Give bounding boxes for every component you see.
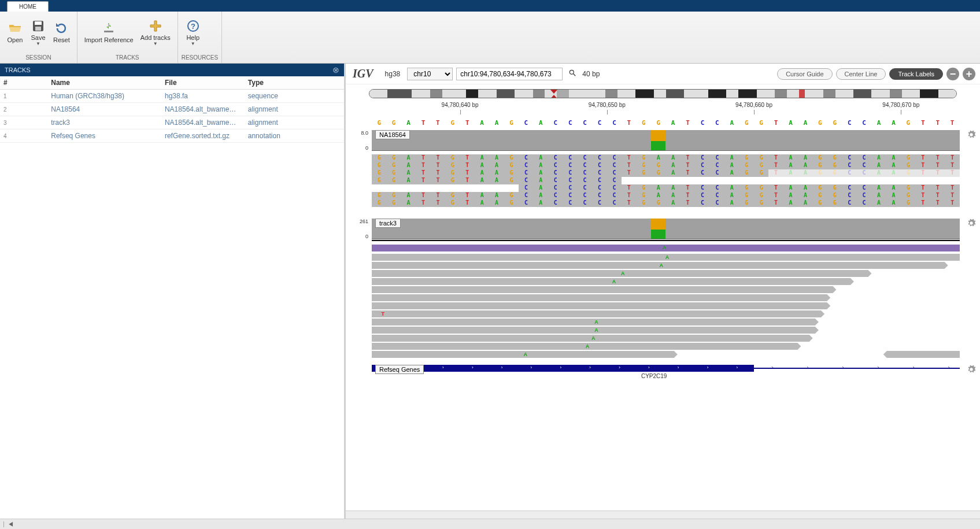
import-reference-button[interactable]: Import Reference — [81, 19, 137, 46]
folder-open-icon — [8, 21, 22, 35]
track-label-refseq[interactable]: Refseq Genes — [375, 365, 424, 374]
genomic-ruler: 94,780,640 bp94,780,650 bp94,780,660 bp9… — [372, 102, 960, 119]
consensus-bar: A — [372, 245, 960, 251]
download-icon — [102, 21, 116, 35]
track-refseq-genes: Refseq Genes ››››››››››››››››››› CYP2C19 — [372, 365, 960, 379]
tracks-table: # Name File Type 1Human (GRCh38/hg38)hg3… — [0, 76, 344, 143]
center-line-button[interactable]: Center Line — [836, 68, 886, 80]
track-labels-button[interactable]: Track Labels — [889, 68, 943, 80]
tracks-panel-close-icon[interactable]: ⊗ — [332, 65, 339, 75]
gear-icon[interactable] — [967, 365, 976, 376]
axis-min: 0 — [351, 145, 368, 151]
svg-point-6 — [570, 70, 574, 74]
ideogram[interactable] — [346, 84, 980, 99]
alignment-reads-track3[interactable]: AAAATAAAAA — [372, 254, 960, 359]
gear-icon[interactable] — [967, 219, 976, 230]
axis-max: 8.0 — [351, 130, 368, 136]
save-label: Save — [31, 34, 45, 41]
status-bar: ⎸◀ — [0, 519, 980, 529]
consensus-snp: A — [657, 245, 671, 250]
gear-icon[interactable] — [967, 130, 976, 141]
ribbon-session-label: SESSION — [3, 53, 73, 63]
chromosome-select[interactable]: chr10 — [407, 68, 453, 80]
reference-sequence-track: GGATTGTAAGCACCCCCTGGATCCAGGTAAGGCCAAGTTT — [372, 119, 960, 127]
col-type[interactable]: Type — [245, 76, 344, 90]
track-na18564: 8.0 0 NA18564 GGATTGTAAGCACCCCCTGAATCCAG… — [372, 130, 960, 207]
table-row[interactable]: 1Human (GRCh38/hg38)hg38.fasequence — [0, 90, 344, 103]
svg-rect-3 — [104, 31, 113, 32]
ribbon-group-tracks: Import Reference Add tracks ▼ TRACKS — [77, 12, 178, 63]
save-icon — [31, 19, 45, 33]
chevron-down-icon: ▼ — [36, 41, 40, 46]
save-button[interactable]: Save ▼ — [27, 17, 50, 49]
open-button[interactable]: Open — [3, 19, 27, 46]
col-name[interactable]: Name — [47, 76, 161, 90]
track-label-track3[interactable]: track3 — [375, 219, 401, 228]
status-collapse-icon[interactable]: ⎸◀ — [3, 521, 13, 528]
import-ref-label: Import Reference — [84, 36, 134, 43]
igv-logo: IGV — [350, 67, 378, 80]
alignment-reads-na18564[interactable]: GGATTGTAAGCACCCCCTGAATCCAGGTAAGGCCAAGTTT… — [372, 154, 960, 207]
tracks-panel-title: TRACKS — [5, 66, 31, 73]
genome-label: hg38 — [382, 70, 404, 78]
col-file[interactable]: File — [161, 76, 245, 90]
col-idx[interactable]: # — [0, 76, 47, 90]
reset-label: Reset — [53, 36, 70, 43]
svg-rect-2 — [35, 27, 41, 31]
gene-name-label: CYP2C19 — [641, 373, 667, 379]
coverage-na18564[interactable] — [372, 130, 960, 151]
tracks-panel-header: TRACKS ⊗ — [0, 64, 344, 76]
reset-button[interactable]: Reset — [50, 19, 73, 46]
ribbon-group-session: Open Save ▼ Reset SESSION — [0, 12, 77, 63]
locus-input[interactable] — [456, 68, 563, 80]
svg-line-7 — [574, 74, 576, 76]
table-row[interactable]: 4Refseq GenesrefGene.sorted.txt.gzannota… — [0, 130, 344, 143]
window-size-label: 40 bp — [582, 70, 600, 78]
axis-max: 261 — [351, 219, 368, 224]
svg-rect-1 — [35, 21, 42, 25]
open-label: Open — [8, 36, 23, 43]
gene-intron[interactable] — [754, 368, 960, 369]
add-tracks-button[interactable]: Add tracks ▼ — [137, 17, 174, 49]
plus-icon — [149, 19, 162, 33]
chevron-down-icon: ▼ — [191, 41, 195, 46]
help-button[interactable]: ? Help ▼ — [182, 17, 205, 49]
add-tracks-label: Add tracks — [140, 34, 171, 41]
table-row[interactable]: 3track3NA18564.alt_bwamem_GRCh38DH.20150… — [0, 116, 344, 130]
reset-icon — [54, 21, 68, 35]
igv-toolbar: IGV hg38 chr10 40 bp Cursor Guide Center… — [346, 64, 980, 84]
horizontal-scrollbar[interactable] — [346, 510, 980, 519]
remove-track-button[interactable]: − — [946, 68, 959, 80]
app-tab-bar: HOME — [0, 0, 980, 12]
help-label: Help — [186, 34, 199, 41]
search-icon[interactable] — [566, 69, 579, 79]
ribbon-group-resources: ? Help ▼ RESOURCES — [178, 12, 222, 63]
chevron-down-icon: ▼ — [153, 41, 158, 46]
tab-home[interactable]: HOME — [7, 1, 49, 12]
axis-min: 0 — [351, 234, 368, 239]
svg-text:?: ? — [191, 22, 195, 31]
igv-panel: IGV hg38 chr10 40 bp Cursor Guide Center… — [346, 64, 980, 519]
add-track-button[interactable]: + — [963, 68, 975, 80]
gene-exon[interactable] — [372, 365, 754, 372]
genome-view[interactable]: 94,780,640 bp94,780,650 bp94,780,660 bp9… — [346, 99, 980, 510]
ribbon-tracks-label: TRACKS — [81, 53, 174, 63]
track-track3: 261 0 track3 A AAAATAAAAA — [372, 219, 960, 359]
help-icon: ? — [186, 19, 200, 33]
track-label-na18564[interactable]: NA18564 — [375, 130, 410, 139]
table-row[interactable]: 2NA18564NA18564.alt_bwamem_GRCh38DH.2015… — [0, 103, 344, 116]
tracks-panel: TRACKS ⊗ # Name File Type 1Human (GRCh38… — [0, 64, 346, 519]
ribbon-resources-label: RESOURCES — [182, 53, 218, 63]
coverage-track3[interactable] — [372, 219, 960, 239]
cursor-guide-button[interactable]: Cursor Guide — [777, 68, 832, 80]
ribbon: Open Save ▼ Reset SESSION Import Referen… — [0, 12, 980, 64]
